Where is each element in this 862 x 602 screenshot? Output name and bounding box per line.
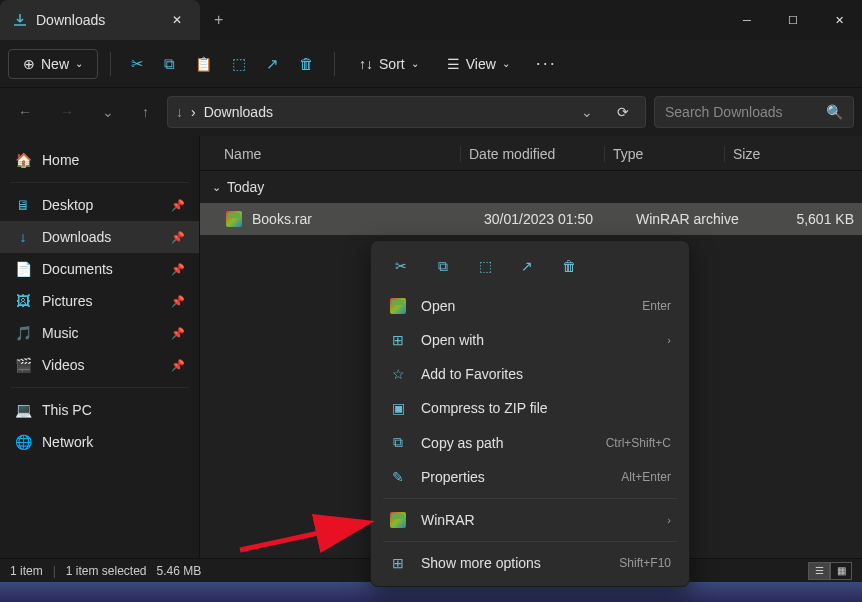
group-header-today[interactable]: ⌄ Today <box>200 171 862 203</box>
navbar: ← → ⌄ ↑ ↓ › Downloads ⌄ ⟳ Search Downloa… <box>0 88 862 136</box>
thumbnails-view-button[interactable]: ▦ <box>830 562 852 580</box>
column-date[interactable]: Date modified <box>460 146 604 162</box>
new-tab-button[interactable]: + <box>200 0 237 40</box>
ctx-winrar[interactable]: WinRAR › <box>377 503 683 537</box>
breadcrumb[interactable]: Downloads <box>204 104 273 120</box>
file-type: WinRAR archive <box>636 211 756 227</box>
status-count: 1 item <box>10 564 43 578</box>
ctx-label: Open with <box>421 332 653 348</box>
winrar-icon <box>389 298 407 314</box>
column-size[interactable]: Size <box>724 146 814 162</box>
status-selection: 1 item selected <box>66 564 147 578</box>
chevron-down-icon: ⌄ <box>212 181 221 194</box>
column-type[interactable]: Type <box>604 146 724 162</box>
pin-icon[interactable]: 📌 <box>171 295 185 308</box>
ctx-share-button[interactable]: ↗ <box>509 251 545 281</box>
column-headers: Name Date modified Type Size <box>200 136 862 171</box>
ctx-open[interactable]: Open Enter <box>377 289 683 323</box>
new-button[interactable]: ⊕ New ⌄ <box>8 49 98 79</box>
file-name: Books.rar <box>252 211 476 227</box>
sidebar-separator <box>10 182 189 183</box>
ctx-copy-path[interactable]: ⧉ Copy as path Ctrl+Shift+C <box>377 425 683 460</box>
ctx-properties[interactable]: ✎ Properties Alt+Enter <box>377 460 683 494</box>
sort-label: Sort <box>379 56 405 72</box>
ctx-delete-button[interactable]: 🗑 <box>551 251 587 281</box>
status-separator: | <box>53 564 56 578</box>
more-menu-button[interactable]: ··· <box>526 45 567 82</box>
sidebar-separator <box>10 387 189 388</box>
active-tab[interactable]: Downloads ✕ <box>0 0 200 40</box>
back-button[interactable]: ← <box>8 96 42 128</box>
ctx-label: Show more options <box>421 555 605 571</box>
sidebar-label: Music <box>42 325 79 341</box>
up-button[interactable]: ↑ <box>132 96 159 128</box>
forward-button[interactable]: → <box>50 96 84 128</box>
ctx-cut-button[interactable]: ✂ <box>383 251 419 281</box>
context-separator <box>383 541 677 542</box>
refresh-button[interactable]: ⟳ <box>609 96 637 128</box>
context-separator <box>383 498 677 499</box>
pin-icon[interactable]: 📌 <box>171 263 185 276</box>
more-icon: ⊞ <box>389 555 407 571</box>
downloads-icon: ↓ <box>14 229 32 245</box>
sidebar-item-thispc[interactable]: 💻 This PC <box>0 394 199 426</box>
sidebar-item-pictures[interactable]: 🖼 Pictures 📌 <box>0 285 199 317</box>
pin-icon[interactable]: 📌 <box>171 359 185 372</box>
tab-title: Downloads <box>36 12 105 28</box>
view-label: View <box>466 56 496 72</box>
sidebar-item-videos[interactable]: 🎬 Videos 📌 <box>0 349 199 381</box>
view-button[interactable]: ☰ View ⌄ <box>435 50 522 78</box>
copy-icon[interactable]: ⧉ <box>156 47 183 81</box>
pin-icon[interactable]: 📌 <box>171 199 185 212</box>
ctx-copy-button[interactable]: ⧉ <box>425 251 461 281</box>
context-icon-row: ✂ ⧉ ⬚ ↗ 🗑 <box>377 247 683 289</box>
search-box[interactable]: Search Downloads 🔍 <box>654 96 854 128</box>
close-button[interactable]: ✕ <box>816 0 862 40</box>
file-row[interactable]: Books.rar 30/01/2023 01:50 WinRAR archiv… <box>200 203 862 235</box>
sidebar-label: Pictures <box>42 293 93 309</box>
ctx-rename-button[interactable]: ⬚ <box>467 251 503 281</box>
home-icon: 🏠 <box>14 152 32 168</box>
address-bar[interactable]: ↓ › Downloads ⌄ ⟳ <box>167 96 646 128</box>
minimize-button[interactable]: ─ <box>724 0 770 40</box>
column-name[interactable]: Name <box>224 146 460 162</box>
delete-icon[interactable]: 🗑 <box>291 47 322 80</box>
tab-close-button[interactable]: ✕ <box>166 11 188 29</box>
details-view-button[interactable]: ☰ <box>808 562 830 580</box>
videos-icon: 🎬 <box>14 357 32 373</box>
search-icon[interactable]: 🔍 <box>826 104 843 120</box>
openwith-icon: ⊞ <box>389 332 407 348</box>
sidebar-item-desktop[interactable]: 🖥 Desktop 📌 <box>0 189 199 221</box>
sidebar-item-music[interactable]: 🎵 Music 📌 <box>0 317 199 349</box>
sidebar-label: Home <box>42 152 79 168</box>
share-icon[interactable]: ↗ <box>258 47 287 81</box>
address-dropdown[interactable]: ⌄ <box>573 104 601 120</box>
sidebar-item-network[interactable]: 🌐 Network <box>0 426 199 458</box>
maximize-button[interactable]: ☐ <box>770 0 816 40</box>
sidebar-item-home[interactable]: 🏠 Home <box>0 144 199 176</box>
chevron-down-icon: ⌄ <box>411 58 419 69</box>
window-controls: ─ ☐ ✕ <box>724 0 862 40</box>
ctx-label: Add to Favorites <box>421 366 671 382</box>
cut-icon[interactable]: ✂ <box>123 47 152 81</box>
sidebar-item-downloads[interactable]: ↓ Downloads 📌 <box>0 221 199 253</box>
toolbar: ⊕ New ⌄ ✂ ⧉ 📋 ⬚ ↗ 🗑 ↑↓ Sort ⌄ ☰ View ⌄ ·… <box>0 40 862 88</box>
ctx-show-more[interactable]: ⊞ Show more options Shift+F10 <box>377 546 683 580</box>
pin-icon[interactable]: 📌 <box>171 327 185 340</box>
sidebar-label: Documents <box>42 261 113 277</box>
sort-button[interactable]: ↑↓ Sort ⌄ <box>347 50 431 78</box>
ctx-compress[interactable]: ▣ Compress to ZIP file <box>377 391 683 425</box>
file-date: 30/01/2023 01:50 <box>484 211 628 227</box>
recent-button[interactable]: ⌄ <box>92 96 124 128</box>
pin-icon[interactable]: 📌 <box>171 231 185 244</box>
ctx-shortcut: Alt+Enter <box>621 470 671 484</box>
rename-icon[interactable]: ⬚ <box>224 47 254 81</box>
documents-icon: 📄 <box>14 261 32 277</box>
sidebar-item-documents[interactable]: 📄 Documents 📌 <box>0 253 199 285</box>
ctx-favorites[interactable]: ☆ Add to Favorites <box>377 357 683 391</box>
network-icon: 🌐 <box>14 434 32 450</box>
pictures-icon: 🖼 <box>14 293 32 309</box>
star-icon: ☆ <box>389 366 407 382</box>
ctx-open-with[interactable]: ⊞ Open with › <box>377 323 683 357</box>
file-size: 5,601 KB <box>764 211 854 227</box>
